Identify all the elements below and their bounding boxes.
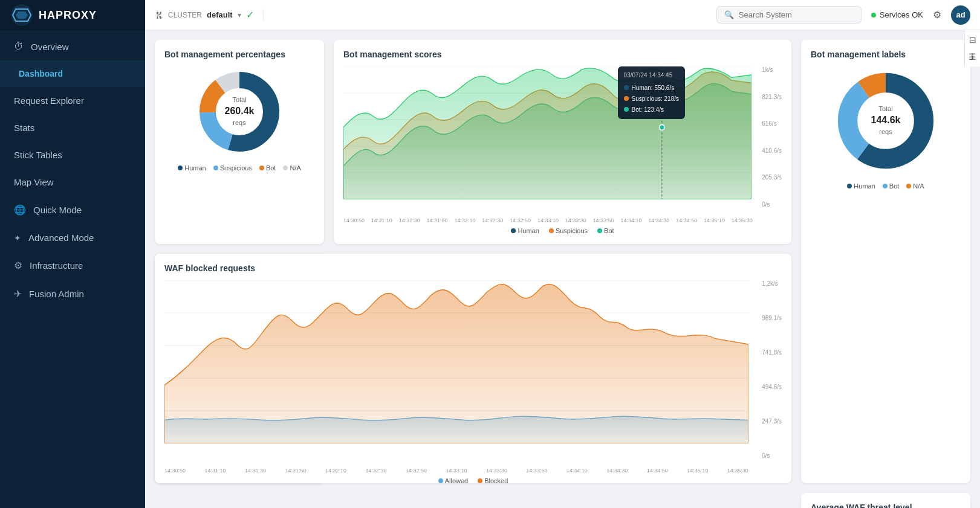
waf-svg	[164, 280, 748, 443]
sidebar-item-advanced-mode[interactable]: ✦ Advanced Mode	[0, 224, 145, 251]
fusion-admin-icon: ✈	[14, 288, 22, 300]
settings-icon[interactable]: ⚙	[933, 9, 941, 21]
search-icon: 🔍	[724, 10, 734, 19]
bot-pct-title: Bot management percentages	[164, 50, 314, 59]
cluster-icon: ⛕	[155, 10, 163, 20]
advanced-mode-icon: ✦	[14, 233, 21, 243]
svg-marker-2	[16, 11, 28, 19]
sidebar-item-label: Overview	[31, 42, 69, 52]
svg-point-15	[660, 108, 664, 114]
map-view-label: Map View	[14, 177, 54, 187]
waf-chart-area: 1,2k/s 989.1/s 741.8/s 494.6/s 247.3/s 0…	[164, 280, 782, 474]
sidebar: HAPROXY ⏱ Overview Dashboard Request Exp…	[0, 0, 145, 508]
bot-labels-total: Total 144.6k reqs	[871, 104, 901, 137]
bot-scores-title: Bot management scores	[343, 50, 782, 59]
sidebar-item-map-view[interactable]: Map View	[0, 169, 145, 196]
table-icon[interactable]: ⊟	[969, 35, 976, 45]
overview-icon: ⏱	[14, 41, 24, 52]
cluster-check-icon: ✓	[246, 9, 254, 21]
infrastructure-label: Infrastructure	[30, 260, 83, 271]
sidebar-item-quick-mode[interactable]: 🌐 Quick Mode	[0, 196, 145, 224]
dashboard-grid: Bot management percentages Total	[145, 30, 980, 508]
waf-threat-card: Average WAF threat level 0.8	[801, 493, 970, 508]
waf-legend: Allowed Blocked	[164, 477, 782, 484]
main-area: ⛕ CLUSTER default ▾ ✓ 🔍 Services OK ⚙ ad…	[145, 0, 980, 508]
bot-pct-donut-wrap: Total 260.4k reqs Human Suspicious Bot N…	[164, 66, 314, 172]
request-explorer-label: Request Explorer	[14, 95, 84, 106]
bot-scores-svg	[343, 66, 751, 199]
topbar: ⛕ CLUSTER default ▾ ✓ 🔍 Services OK ⚙ ad	[145, 0, 980, 30]
bot-scores-x-axis: 14:30:5014:31:1014:31:3014:31:5014:32:10…	[343, 217, 753, 223]
fusion-admin-label: Fusion Admin	[29, 289, 84, 299]
sidebar-item-fusion-admin[interactable]: ✈ Fusion Admin	[0, 280, 145, 308]
sidebar-item-stats[interactable]: Stats	[0, 114, 145, 141]
sidebar-nav: ⏱ Overview Dashboard Request Explorer St…	[0, 30, 145, 508]
sidebar-item-infrastructure[interactable]: ⚙ Infrastructure	[0, 251, 145, 280]
search-input[interactable]	[739, 10, 848, 19]
bot-scores-card: Bot management scores	[334, 40, 791, 244]
advanced-mode-label: Advanced Mode	[28, 233, 94, 243]
bot-labels-title: Bot management labels	[811, 50, 961, 59]
quick-mode-label: Quick Mode	[33, 205, 82, 215]
sidebar-item-overview[interactable]: ⏱ Overview	[0, 33, 145, 60]
infrastructure-icon: ⚙	[14, 260, 22, 271]
bot-pct-card: Bot management percentages Total	[155, 40, 324, 244]
sidebar-item-dashboard[interactable]: Dashboard	[0, 60, 145, 87]
sidebar-item-request-explorer[interactable]: Request Explorer	[0, 87, 145, 114]
bot-scores-chart-wrapper: 1k/s 821.3/s 616/s 410.6/s 205.3/s 0/s 0…	[343, 66, 782, 223]
search-box[interactable]: 🔍	[716, 6, 862, 24]
chevron-down-icon[interactable]: ▾	[238, 11, 241, 19]
bot-labels-donut-wrap: Total 144.6k reqs Human Bot N/A	[811, 66, 961, 190]
cluster-info: ⛕ CLUSTER default ▾ ✓	[155, 9, 264, 21]
bot-pct-legend: Human Suspicious Bot N/A	[178, 164, 301, 172]
sidebar-item-stick-tables[interactable]: Stick Tables	[0, 141, 145, 169]
waf-card: WAF blocked requests	[155, 254, 791, 483]
cluster-name[interactable]: default	[207, 10, 233, 19]
waf-threat-title: Average WAF threat level	[811, 503, 961, 508]
bot-labels-donut: Total 144.6k reqs	[831, 66, 940, 175]
dashboard-label: Dashboard	[19, 69, 63, 79]
waf-y-axis: 1,2k/s 989.1/s 741.8/s 494.6/s 247.3/s 0…	[762, 280, 782, 459]
svg-point-14	[660, 89, 664, 94]
right-panel: ⊟ ☰ ℹ	[964, 30, 980, 66]
stats-label: Stats	[14, 123, 34, 133]
quick-mode-icon: 🌐	[14, 204, 26, 216]
logo-area: HAPROXY	[0, 0, 145, 30]
bot-scores-y-axis: 1k/s 821.3/s 616/s 410.6/s 205.3/s 0/s	[762, 66, 782, 208]
logo-text: HAPROXY	[39, 9, 97, 22]
bot-pct-donut: Total 260.4k reqs	[194, 66, 285, 157]
info-icon[interactable]: ℹ	[971, 52, 974, 62]
haproxy-logo	[10, 3, 34, 27]
bot-labels-card: Bot management labels Total 144.6k reqs	[801, 40, 970, 483]
waf-title: WAF blocked requests	[164, 263, 782, 273]
waf-x-axis: 14:30:5014:31:1014:31:3014:31:5014:32:10…	[164, 468, 748, 474]
services-dot	[871, 13, 876, 18]
stick-tables-label: Stick Tables	[14, 150, 62, 160]
cluster-label: CLUSTER	[168, 11, 202, 19]
bot-labels-legend: Human Bot N/A	[847, 182, 924, 190]
bot-scores-legend: Human Suspicious Bot	[343, 227, 782, 234]
svg-point-16	[660, 124, 664, 130]
services-status: Services OK	[871, 10, 923, 19]
avatar[interactable]: ad	[951, 5, 970, 25]
bot-pct-total: Total 260.4k reqs	[225, 95, 255, 127]
services-ok-label: Services OK	[880, 10, 923, 19]
